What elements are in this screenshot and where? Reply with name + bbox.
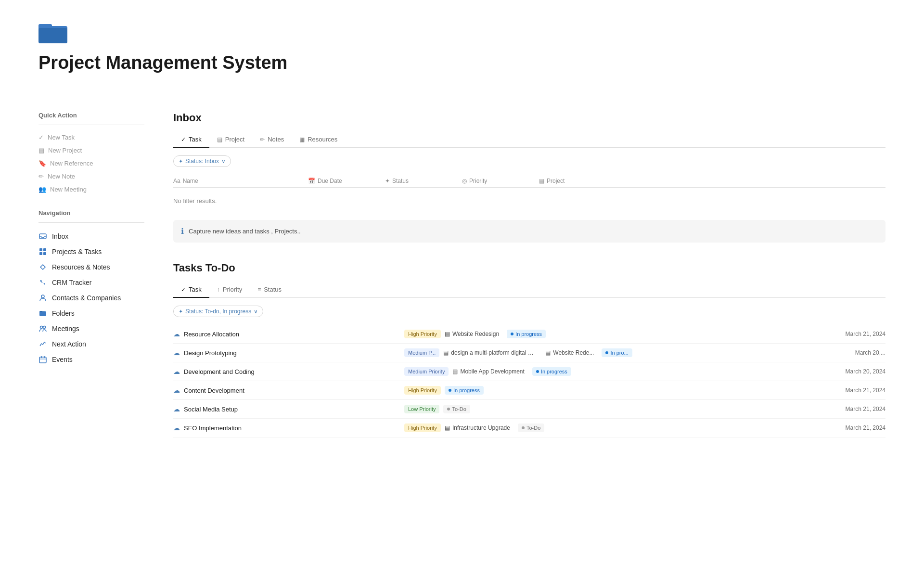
col-header-name: Aa Name (173, 178, 308, 184)
contacts-companies-label: Contacts & Companies (52, 294, 121, 302)
svg-rect-7 (43, 252, 46, 255)
sidebar-item-contacts-companies[interactable]: Contacts & Companies (38, 290, 144, 306)
task-row-icon: ☁ (173, 405, 180, 413)
task-name-seo: ☁ SEO Implementation (173, 424, 404, 432)
inbox-label: Inbox (52, 232, 68, 240)
info-icon: ℹ (181, 227, 184, 236)
task-row-details: High Priority ▤ Website Redesign In prog… (404, 330, 846, 338)
name-col-label: Name (183, 178, 198, 184)
inbox-tab-project[interactable]: ▤ Project (209, 132, 252, 148)
tasks-filter-row: ✦ Status: To-do, In progress ∨ (173, 306, 886, 317)
status-badge: In progress (532, 367, 571, 376)
col-header-due: 📅 Due Date (308, 178, 385, 184)
priority-badge: High Priority (404, 423, 441, 432)
table-row[interactable]: ☁ Social Media Setup Low Priority To-Do … (173, 400, 886, 419)
sidebar-action-new-meeting[interactable]: 👥 New Meeting (38, 183, 144, 196)
task-name-label: Design Prototyping (184, 349, 237, 357)
sidebar-item-events[interactable]: Events (38, 352, 144, 367)
info-text: Capture new ideas and tasks , Projects.. (189, 228, 301, 235)
task-name-label: Social Media Setup (184, 406, 238, 413)
crm-tracker-label: CRM Tracker (52, 279, 91, 286)
status-badge: In progress (445, 386, 484, 395)
project-icon-2: ▤ (545, 349, 551, 356)
tasks-task-icon: ✓ (181, 286, 186, 293)
sidebar-action-new-project[interactable]: ▤ New Project (38, 144, 144, 157)
folders-label: Folders (52, 309, 75, 317)
sidebar-action-new-task[interactable]: ✓ New Task (38, 131, 144, 144)
inbox-status-filter[interactable]: ✦ Status: Inbox ∨ (173, 155, 231, 167)
tasks-tab-status[interactable]: ≡ Status (250, 282, 289, 298)
inbox-no-results: No filter results. (173, 190, 886, 212)
col-header-status: ✦ Status (385, 178, 462, 184)
status-dot (511, 333, 513, 335)
sidebar-item-crm-tracker[interactable]: CRM Tracker (38, 275, 144, 290)
tasks-tab-task[interactable]: ✓ Task (173, 282, 209, 298)
task-name-development: ☁ Development and Coding (173, 368, 404, 375)
project-label: Infrastructure Upgrade (452, 424, 510, 431)
sidebar-item-resources-notes[interactable]: Resources & Notes (38, 259, 144, 275)
priority-badge: Medium P... (404, 348, 439, 357)
sidebar-item-folders[interactable]: Folders (38, 306, 144, 321)
new-note-icon: ✏ (38, 173, 44, 180)
events-icon (38, 355, 47, 364)
sidebar-item-meetings[interactable]: Meetings (38, 321, 144, 336)
task-name-label: Resource Allocation (184, 331, 239, 338)
task-row-details: Low Priority To-Do (404, 405, 846, 413)
project-icon: ▤ (443, 349, 449, 356)
task-name-design-prototyping: ☁ Design Prototyping (173, 349, 404, 357)
task-row-icon: ☁ (173, 386, 180, 394)
svg-rect-6 (39, 252, 42, 255)
project-label: Mobile App Development (460, 368, 524, 375)
filter-label: Status: Inbox (185, 158, 219, 165)
project-label-2: Website Rede... (553, 349, 594, 356)
table-row[interactable]: ☁ SEO Implementation High Priority ▤ Inf… (173, 419, 886, 437)
sidebar-item-projects-tasks[interactable]: Projects & Tasks (38, 244, 144, 259)
priority-badge: High Priority (404, 330, 441, 338)
status-dot (447, 408, 450, 410)
resources-notes-label: Resources & Notes (52, 263, 110, 271)
col-header-priority: ◎ Priority (462, 178, 539, 184)
inbox-tab-notes[interactable]: ✏ Notes (252, 132, 292, 148)
inbox-tabs: ✓ Task ▤ Project ✏ Notes ▦ Resources (173, 132, 886, 148)
table-row[interactable]: ☁ Design Prototyping Medium P... ▤ desig… (173, 344, 886, 362)
svg-rect-5 (43, 248, 46, 251)
task-name-label: Development and Coding (184, 368, 255, 375)
tasks-todo-section: Tasks To-Do ✓ Task ↑ Priority ≡ Status (173, 262, 886, 437)
contacts-companies-icon (38, 294, 47, 302)
task-name-social-media: ☁ Social Media Setup (173, 405, 404, 413)
tasks-tabs: ✓ Task ↑ Priority ≡ Status (173, 282, 886, 298)
sidebar-action-new-note[interactable]: ✏ New Note (38, 170, 144, 183)
project-tab-label: Project (225, 136, 244, 143)
project-cell: ▤ Mobile App Development (452, 368, 524, 375)
task-row-icon: ☁ (173, 349, 180, 357)
project-label: design a multi-platform digital marketin… (451, 349, 538, 356)
tasks-tab-priority[interactable]: ↑ Priority (209, 282, 250, 298)
tasks-task-label: Task (189, 286, 202, 293)
inbox-table-header: Aa Name 📅 Due Date ✦ Status ◎ Priority (173, 175, 886, 188)
task-row-details: High Priority In progress (404, 386, 846, 395)
task-name-label: SEO Implementation (184, 424, 242, 432)
sidebar-item-next-action[interactable]: Next Action (38, 336, 144, 352)
tasks-status-filter[interactable]: ✦ Status: To-do, In progress ∨ (173, 306, 263, 317)
sidebar-action-new-reference[interactable]: 🔖 New Reference (38, 157, 144, 170)
priority-badge: Low Priority (404, 405, 439, 413)
svg-point-11 (43, 326, 46, 329)
table-row[interactable]: ☁ Resource Allocation High Priority ▤ We… (173, 325, 886, 344)
table-row[interactable]: ☁ Content Development High Priority In p… (173, 381, 886, 400)
sidebar-item-inbox[interactable]: Inbox (38, 229, 144, 244)
tasks-priority-icon: ↑ (217, 286, 220, 293)
inbox-tab-resources[interactable]: ▦ Resources (292, 132, 345, 148)
table-row[interactable]: ☁ Development and Coding Medium Priority… (173, 362, 886, 381)
tasks-status-label: Status (264, 286, 282, 293)
status-badge: To-Do (518, 423, 544, 432)
tasks-filter-chevron-icon: ∨ (254, 308, 258, 315)
quick-action-divider (38, 125, 144, 125)
meetings-icon (38, 324, 47, 333)
new-task-icon: ✓ (38, 134, 44, 141)
task-row-icon: ☁ (173, 368, 180, 375)
inbox-section: Inbox ✓ Task ▤ Project ✏ Notes (173, 112, 886, 243)
inbox-tab-task[interactable]: ✓ Task (173, 132, 209, 148)
project-tab-icon: ▤ (217, 136, 222, 143)
task-row-icon: ☁ (173, 330, 180, 338)
col-header-project: ▤ Project (539, 178, 886, 184)
